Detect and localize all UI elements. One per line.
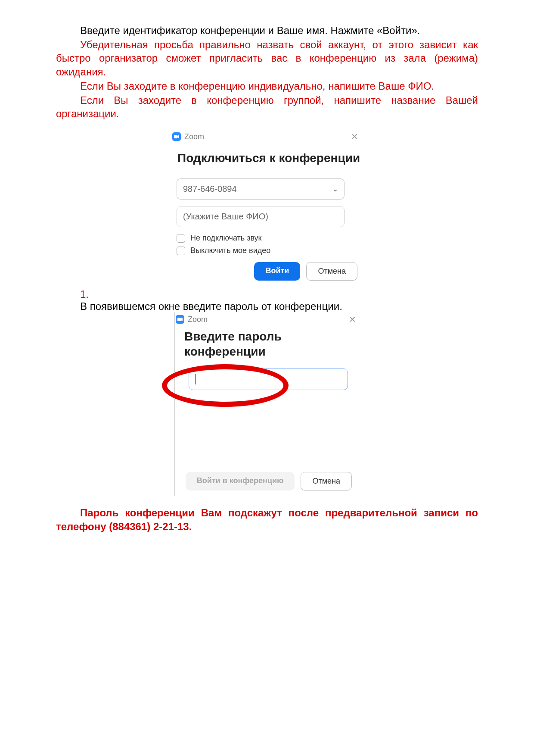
meeting-id-input[interactable]: 987-646-0894 ⌄ xyxy=(177,178,345,200)
no-audio-label: Не подключать звук xyxy=(190,234,261,243)
dialog-title: Подключиться к конференции xyxy=(177,150,362,166)
zoom-logo-icon xyxy=(172,132,181,141)
svg-rect-1 xyxy=(177,318,181,321)
instruction-line-1: Введите идентификатор конференции и Ваше… xyxy=(56,24,478,37)
chevron-down-icon[interactable]: ⌄ xyxy=(332,185,338,193)
instruction-individual: Если Вы заходите в конференцию индивидуа… xyxy=(56,79,478,93)
no-video-label: Выключить мое видео xyxy=(190,246,270,255)
checkbox-icon[interactable] xyxy=(177,234,185,243)
join-conference-button[interactable]: Войти в конференцию xyxy=(186,472,295,490)
cancel-button[interactable]: Отмена xyxy=(306,262,357,281)
name-input[interactable]: (Укажите Ваше ФИО) xyxy=(177,206,345,227)
dialog-title: Введите пароль конференции xyxy=(184,329,360,359)
meeting-id-value: 987-646-0894 xyxy=(183,184,237,194)
zoom-logo-icon xyxy=(176,315,184,324)
close-icon[interactable]: ✕ xyxy=(349,314,356,325)
instruction-group: Если Вы заходите в конференцию группой, … xyxy=(56,94,478,120)
zoom-password-dialog: Zoom ✕ Введите пароль конференции Войти … xyxy=(174,312,360,496)
svg-rect-0 xyxy=(174,135,177,138)
footer-note: Пароль конференции Вам подскажут после п… xyxy=(56,506,478,533)
no-audio-checkbox-row[interactable]: Не подключать звук xyxy=(177,234,362,243)
name-placeholder: (Укажите Ваше ФИО) xyxy=(183,212,268,222)
checkbox-icon[interactable] xyxy=(177,247,185,255)
close-icon[interactable]: ✕ xyxy=(351,131,358,142)
zoom-app-name: Zoom xyxy=(184,132,204,141)
join-button[interactable]: Войти xyxy=(254,262,300,281)
instruction-warning: Убедительная просьба правильно назвать с… xyxy=(56,38,478,78)
step-number: 1. xyxy=(80,288,478,300)
highlight-ellipse-icon xyxy=(162,364,289,407)
zoom-app-name: Zoom xyxy=(188,315,208,324)
no-video-checkbox-row[interactable]: Выключить мое видео xyxy=(177,246,362,255)
zoom-join-dialog: Zoom ✕ Подключиться к конференции 987-64… xyxy=(172,130,362,281)
cancel-button[interactable]: Отмена xyxy=(301,472,352,490)
step-instruction: В появившемся окне введите пароль от кон… xyxy=(80,300,478,312)
